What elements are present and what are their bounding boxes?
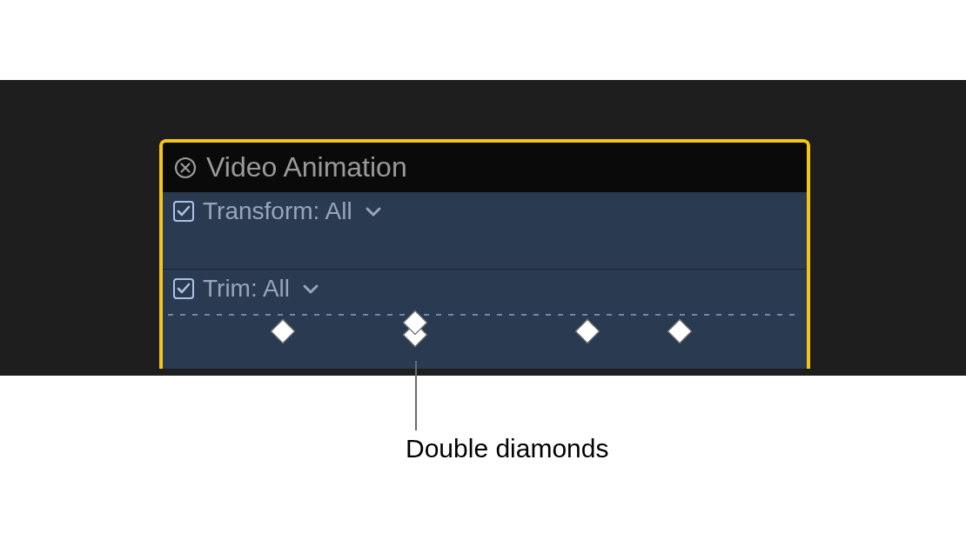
video-animation-panel: Video Animation Transform: All: [159, 139, 810, 369]
keyframe-track[interactable]: [163, 307, 807, 345]
annotation-callout: Double diamonds: [413, 361, 608, 463]
panel-title: Video Animation: [206, 151, 407, 183]
keyframe-diamond-icon[interactable]: [667, 319, 692, 343]
row-label: Transform: All: [203, 197, 352, 225]
parameter-row-trim[interactable]: Trim: All: [163, 269, 807, 345]
panel-header: Video Animation: [163, 143, 807, 192]
keyframe-diamond-icon[interactable]: [271, 319, 295, 343]
checkbox-transform[interactable]: [173, 201, 194, 222]
chevron-down-icon[interactable]: [302, 283, 319, 295]
checkbox-trim[interactable]: [173, 278, 194, 299]
close-icon[interactable]: [173, 156, 198, 180]
annotation-leader-line: [415, 361, 417, 430]
keyframe-diamond-icon[interactable]: [575, 319, 600, 343]
annotation-label: Double diamonds: [406, 434, 608, 463]
track-line: [168, 314, 802, 316]
chevron-down-icon[interactable]: [365, 205, 382, 217]
row-head: Trim: All: [163, 270, 807, 308]
row-label: Trim: All: [203, 275, 290, 303]
row-head: Transform: All: [163, 192, 807, 230]
parameter-row-transform[interactable]: Transform: All: [163, 192, 807, 269]
